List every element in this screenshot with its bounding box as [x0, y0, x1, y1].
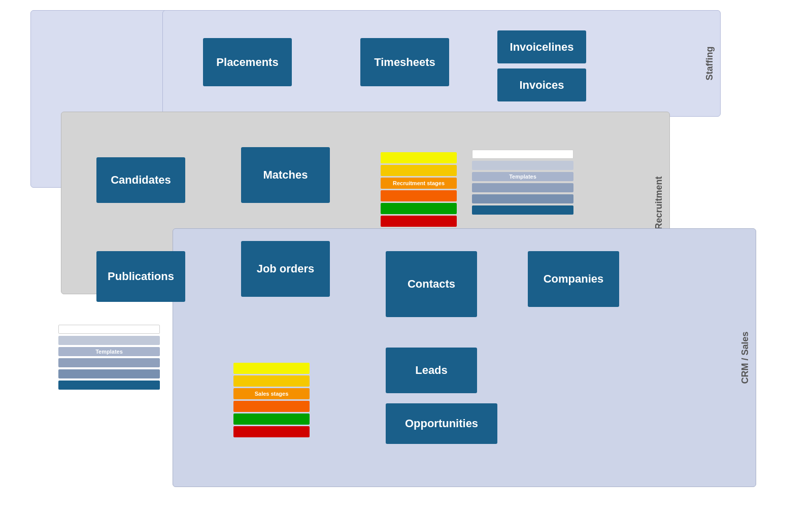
timesheets-box: Timesheets: [360, 38, 449, 86]
publications-box: Publications: [96, 251, 185, 302]
crm-template-bar-1: [58, 325, 160, 334]
recruitment-stages-stack: Recruitment stages: [381, 152, 457, 227]
sales-stage-bar-yellow: [233, 375, 310, 387]
staffing-label: Staffing: [704, 47, 715, 81]
sales-stages-label: Sales stages: [255, 391, 289, 397]
template-bar-5: [472, 194, 573, 203]
sales-stage-bar-orange: Sales stages: [233, 388, 310, 399]
sales-stage-bar-red: [233, 426, 310, 437]
recruitment-templates-label: Templates: [509, 174, 536, 180]
crm-template-bar-6: [58, 381, 160, 390]
crm-templates-stack: Templates: [58, 325, 160, 390]
template-bar-1: [472, 150, 573, 159]
invoices-box: Invoices: [497, 68, 586, 101]
crm-label: CRM / Sales: [740, 331, 751, 384]
crm-templates-label: Templates: [95, 349, 123, 355]
stage-bar-yellow-light: [381, 152, 457, 163]
template-bar-2: [472, 161, 573, 170]
sales-stage-bar-orange-dark: [233, 401, 310, 412]
candidates-box: Candidates: [96, 157, 185, 203]
recruitment-label: Recruitment: [654, 176, 664, 229]
sales-stage-bar-green: [233, 413, 310, 425]
template-bar-3: Templates: [472, 172, 573, 181]
template-bar-4: [472, 183, 573, 192]
diagram-container: Staffing Recruitment CRM / Sales Placeme…: [30, 10, 782, 502]
joborders-box: Job orders: [241, 241, 330, 297]
placements-box: Placements: [203, 38, 292, 86]
crm-template-bar-5: [58, 369, 160, 378]
stage-bar-green: [381, 203, 457, 214]
sales-stage-bar-yellow-light: [233, 363, 310, 374]
stage-bar-yellow: [381, 165, 457, 176]
invoicelines-box: Invoicelines: [497, 30, 586, 63]
crm-template-bar-3: Templates: [58, 347, 160, 356]
matches-box: Matches: [241, 147, 330, 203]
recruitment-stages-label: Recruitment stages: [393, 180, 445, 186]
contacts-box: Contacts: [386, 251, 477, 317]
leads-box: Leads: [386, 348, 477, 393]
stage-bar-orange: Recruitment stages: [381, 178, 457, 189]
template-bar-6: [472, 205, 573, 215]
recruitment-templates-stack: Templates: [472, 150, 573, 215]
stage-bar-orange-dark: [381, 190, 457, 201]
crm-template-bar-2: [58, 336, 160, 345]
crm-template-bar-4: [58, 358, 160, 367]
companies-box: Companies: [528, 251, 619, 307]
opportunities-box: Opportunities: [386, 403, 497, 444]
sales-stages-stack: Sales stages: [233, 363, 310, 437]
stage-bar-red: [381, 216, 457, 227]
